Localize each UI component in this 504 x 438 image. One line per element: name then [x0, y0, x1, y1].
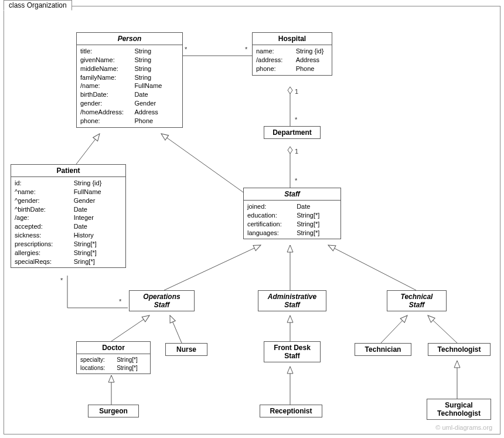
attr-row: birthDate:Date [80, 90, 179, 99]
attr-row: /homeAddress:Address [80, 108, 179, 117]
mult-hosp-dept-1: 1 [295, 88, 298, 95]
class-doctor-attrs: specialty:String[*]locations:String[*] [77, 354, 150, 374]
class-technologist: Technologist [428, 343, 491, 356]
attr-row: education:String[*] [247, 211, 337, 220]
class-patient-attrs: id:String {id}^name:FullName^gender:Gend… [11, 177, 125, 267]
class-person: Person title:StringgivenName:Stringmiddl… [76, 32, 183, 128]
class-staff: Staff joined:Dateeducation:String[*]cert… [243, 188, 341, 239]
attr-row: accepted:Date [15, 222, 122, 231]
frame-title: class Organization [4, 0, 72, 11]
attr-row: /address:Address [256, 56, 328, 64]
class-surgeon-title: Surgeon [88, 405, 138, 417]
class-department: Department [264, 126, 321, 139]
class-doctor-title: Doctor [77, 342, 150, 354]
attr-row: allergies:String[*] [15, 249, 122, 257]
class-tech-staff: TechnicalStaff [387, 290, 447, 311]
class-tech-staff-title: TechnicalStaff [387, 291, 446, 311]
attr-row: /name:FullName [80, 82, 179, 90]
attr-row: givenName:String [80, 56, 179, 64]
class-ops-staff-title: OperationsStaff [130, 291, 194, 311]
attr-row: title:String [80, 47, 179, 56]
class-front-desk: Front DeskStaff [264, 341, 321, 362]
class-person-attrs: title:StringgivenName:StringmiddleName:S… [77, 45, 182, 127]
class-surgical-tech: SurgicalTechnologist [427, 399, 491, 420]
class-hospital-attrs: name:String {id}/address:Addressphone:Ph… [253, 45, 332, 75]
class-receptionist-title: Receptionist [260, 405, 322, 417]
class-hospital-title: Hospital [253, 33, 332, 45]
attr-row: sickness:History [15, 231, 122, 240]
class-nurse: Nurse [165, 343, 207, 356]
attr-row: specialty:String[*] [80, 356, 147, 364]
class-technologist-title: Technologist [428, 344, 490, 355]
attr-row: certification:String[*] [247, 220, 337, 229]
class-technician: Technician [355, 343, 411, 356]
attr-row: name:String {id} [256, 47, 328, 56]
attr-row: ^gender:Gender [15, 196, 122, 205]
class-admin-staff-title: AdministrativeStaff [258, 291, 326, 311]
class-staff-attrs: joined:Dateeducation:String[*]certificat… [244, 201, 340, 239]
attr-row: phone:Phone [80, 117, 179, 125]
attr-row: specialReqs:Sring[*] [15, 257, 122, 266]
attr-row: ^birthDate:Date [15, 205, 122, 214]
class-patient: Patient id:String {id}^name:FullName^gen… [11, 164, 126, 268]
class-front-desk-title: Front DeskStaff [264, 342, 320, 362]
mult-dept-staff-1: 1 [295, 148, 298, 155]
attr-row: locations:String[*] [80, 364, 147, 372]
attr-row: gender:Gender [80, 99, 179, 108]
mult-patient-ops-l: * [60, 277, 63, 284]
class-nurse-title: Nurse [166, 344, 207, 355]
attr-row: middleName:String [80, 64, 179, 73]
attr-row: phone:Phone [256, 64, 328, 73]
class-receptionist: Receptionist [260, 405, 322, 417]
class-surgeon: Surgeon [88, 405, 139, 417]
attr-row: ^name:FullName [15, 188, 122, 196]
class-hospital: Hospital name:String {id}/address:Addres… [252, 32, 332, 76]
attr-row: joined:Date [247, 202, 337, 211]
mult-person-hosp-l: * [185, 46, 187, 53]
mult-dept-staff-star: * [295, 177, 297, 184]
mult-person-hosp-r: * [245, 46, 247, 53]
attr-row: languages:String[*] [247, 229, 337, 237]
class-surgical-tech-title: SurgicalTechnologist [427, 399, 491, 419]
class-technician-title: Technician [355, 344, 411, 355]
mult-hosp-dept-star: * [295, 116, 297, 123]
class-admin-staff: AdministrativeStaff [258, 290, 326, 311]
mult-patient-ops-r: * [119, 298, 121, 305]
attr-row: /age:Integer [15, 213, 122, 222]
class-department-title: Department [264, 127, 320, 138]
class-patient-title: Patient [11, 165, 125, 177]
class-staff-title: Staff [244, 188, 340, 201]
class-person-title: Person [77, 33, 182, 45]
attr-row: familyName:String [80, 73, 179, 82]
class-ops-staff: OperationsStaff [129, 290, 195, 311]
watermark: © uml-diagrams.org [435, 424, 492, 431]
class-doctor: Doctor specialty:String[*]locations:Stri… [76, 341, 151, 374]
attr-row: prescriptions:String[*] [15, 240, 122, 249]
attr-row: id:String {id} [15, 179, 122, 188]
